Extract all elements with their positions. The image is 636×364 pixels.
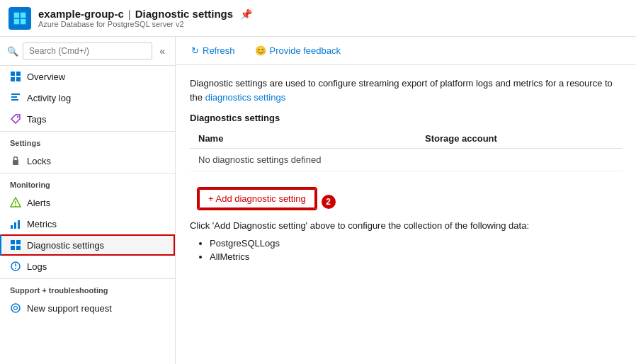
search-icon: 🔍 [7,46,18,57]
svg-point-11 [17,116,18,118]
alerts-label: Alerts [27,198,50,208]
click-description: Click 'Add Diagnostic setting' above to … [190,220,622,231]
logs-icon [10,261,21,272]
svg-rect-13 [15,201,16,204]
feedback-icon: 😊 [255,45,266,56]
diagnostic-settings-label: Diagnostic settings [27,240,104,251]
nav-top: Overview Activity log Tags [0,66,175,130]
overview-label: Overview [27,72,65,82]
app-icon [8,7,31,30]
svg-rect-19 [16,240,21,244]
svg-rect-21 [16,246,21,250]
search-bar: 🔍 « [0,37,175,66]
main-content: ↻ Refresh 😊 Provide feedback Diagnostic … [176,37,636,364]
sidebar-item-overview[interactable]: Overview [0,66,175,87]
diagnostic-settings-icon [10,239,21,251]
sidebar-item-locks[interactable]: Locks [0,150,175,171]
sidebar-item-logs[interactable]: Logs [0,256,175,277]
header-text: example-group-c | Diagnostic settings 📌 … [38,8,252,28]
feedback-label: Provide feedback [270,45,341,56]
list-item: AllMetrics [210,251,622,262]
add-btn-label: + Add diagnostic setting [208,193,306,204]
metrics-icon [10,218,21,229]
diagnostics-settings-link[interactable]: diagnostics settings [205,92,285,103]
svg-rect-5 [16,72,21,76]
svg-rect-4 [11,72,15,76]
header-subtitle: Azure Database for PostgreSQL server v2 [38,20,252,28]
tags-label: Tags [27,114,46,125]
svg-rect-2 [14,18,20,24]
svg-rect-3 [21,18,26,24]
tags-icon [10,113,21,125]
refresh-icon: ↻ [191,45,199,56]
sidebar-item-alerts[interactable]: Alerts [0,192,175,213]
add-btn-row: + Add diagnostic setting 2 [190,183,622,220]
overview-icon [10,71,21,82]
sidebar-item-new-support-request[interactable]: New support request [0,297,175,319]
description-text: Diagnostic settings are used to configur… [190,76,622,104]
svg-point-25 [11,304,20,312]
list-item: PostgreSQLLogs [210,238,622,249]
alerts-icon [10,197,21,208]
nav-support: New support request [0,297,175,319]
column-storage: Storage account [416,129,622,149]
data-items-list: PostgreSQLLogs AllMetrics [190,238,622,262]
settings-section-label: Settings [0,131,175,150]
new-support-request-label: New support request [27,303,112,314]
svg-rect-9 [11,96,17,98]
resource-name: example-group-c [38,8,124,20]
svg-rect-15 [11,225,13,229]
svg-rect-16 [14,222,16,229]
column-name: Name [190,129,416,149]
logs-label: Logs [27,261,47,272]
svg-point-24 [15,268,16,269]
svg-point-26 [14,307,18,310]
svg-rect-10 [11,99,18,101]
add-diagnostic-setting-button[interactable]: + Add diagnostic setting [198,188,316,209]
svg-rect-20 [11,246,15,250]
svg-rect-7 [16,77,21,81]
svg-rect-6 [11,77,15,81]
svg-rect-17 [18,220,20,229]
svg-rect-0 [14,12,20,18]
content-area: Diagnostic settings are used to configur… [176,65,636,364]
pin-icon[interactable]: 📌 [240,8,252,20]
header-title: example-group-c | Diagnostic settings 📌 [38,8,252,20]
svg-rect-8 [11,93,20,95]
activity-log-icon [10,92,21,103]
empty-message: No diagnostic settings defined [190,149,622,171]
sidebar-item-metrics[interactable]: Metrics [0,213,175,234]
separator: | [128,8,131,20]
svg-rect-18 [11,240,15,244]
svg-rect-1 [21,12,26,18]
svg-rect-14 [15,205,16,206]
collapse-button[interactable]: « [157,44,168,58]
page-title: Diagnostic settings [135,8,233,20]
toolbar: ↻ Refresh 😊 Provide feedback [176,37,636,65]
sidebar: 🔍 « Overview Activity log Tag [0,37,176,364]
diagnostics-table: Name Storage account No diagnostic setti… [190,129,622,171]
support-section-label: Support + troubleshooting [0,278,175,297]
search-input[interactable] [23,42,152,59]
monitoring-section-label: Monitoring [0,173,175,192]
diagnostics-section-title: Diagnostics settings [190,113,622,123]
feedback-button[interactable]: 😊 Provide feedback [251,42,345,59]
step-badge: 2 [322,195,336,209]
locks-icon [10,155,21,166]
sidebar-item-diagnostic-settings[interactable]: Diagnostic settings [0,234,175,256]
nav-monitoring: Alerts Metrics Diagnostic settings Logs [0,192,175,277]
support-icon [10,302,21,314]
sidebar-item-tags[interactable]: Tags [0,108,175,130]
activity-log-label: Activity log [27,93,71,103]
svg-rect-23 [15,263,16,266]
refresh-button[interactable]: ↻ Refresh [187,42,239,59]
metrics-label: Metrics [27,219,57,229]
svg-rect-12 [13,160,18,165]
app-header: example-group-c | Diagnostic settings 📌 … [0,0,636,37]
refresh-label: Refresh [203,45,235,56]
sidebar-item-activity-log[interactable]: Activity log [0,87,175,108]
add-btn-wrapper: + Add diagnostic setting [198,188,316,209]
locks-label: Locks [27,156,51,166]
table-row-empty: No diagnostic settings defined [190,149,622,171]
nav-settings: Locks [0,150,175,171]
